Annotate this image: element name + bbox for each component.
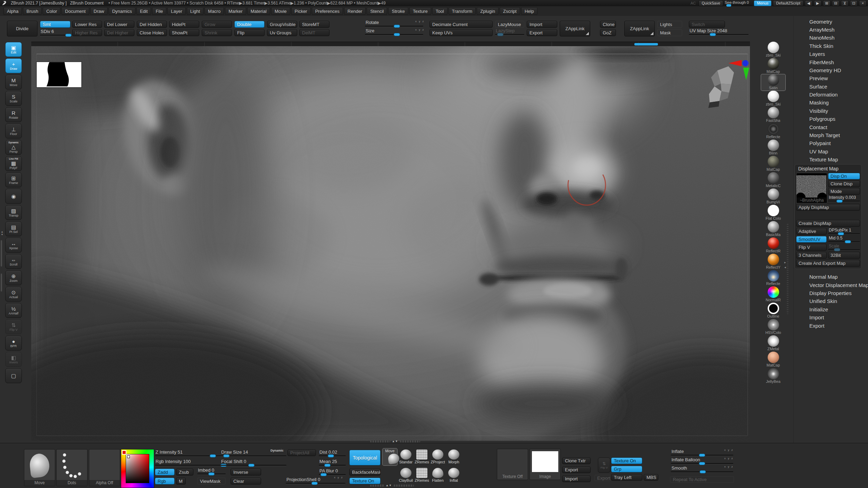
dpsubpix-slider[interactable]: DPSubPix 1: [828, 228, 860, 235]
clear-button[interactable]: Clear: [231, 478, 261, 485]
material-item[interactable]: zbro_Ski: [761, 42, 785, 58]
clone-button[interactable]: Clone: [600, 21, 616, 28]
quick-brush-item[interactable]: Move: [383, 448, 397, 465]
material-item[interactable]: Reflecte: [761, 123, 785, 140]
uv-map-size-slider[interactable]: UV Map Size 2048: [689, 28, 749, 36]
backfacemask-button[interactable]: BackfaceMask: [349, 469, 381, 476]
restore-button[interactable]: ⊡: [850, 0, 858, 6]
material-item[interactable]: Satin: [761, 74, 785, 91]
sdiv-slider[interactable]: SDiv 6: [40, 29, 70, 36]
scroll-palettes-left-icon[interactable]: ◀: [805, 0, 812, 6]
tool-subpalette-item[interactable]: Thick Skin: [794, 42, 868, 50]
clone-disp-button[interactable]: Clone Disp: [828, 180, 860, 187]
stroke-thumbnail[interactable]: Dots: [56, 449, 87, 486]
image-slot-thumbnail[interactable]: Image: [529, 449, 561, 480]
menu-item[interactable]: Zplugin: [477, 7, 499, 15]
material-item[interactable]: Reflecte: [761, 270, 785, 286]
export-button[interactable]: Export: [527, 29, 557, 36]
left-tool-button[interactable]: ↔ Xpose: [5, 238, 22, 253]
imbed-slider[interactable]: Imbed 0: [197, 468, 226, 475]
left-tool-button[interactable]: + Draw: [5, 58, 22, 73]
texture-flip-v-button[interactable]: ⇅Flip V: [598, 457, 610, 473]
tool-subpalette-item[interactable]: Geometry HD: [794, 66, 868, 74]
focal-shift-slider[interactable]: Focal Shift 0: [220, 459, 286, 466]
left-tool-button[interactable]: ⊥ Floor: [5, 124, 22, 138]
quick-brush-item[interactable]: Morph: [446, 448, 461, 465]
del-higher-button[interactable]: Del Higher: [104, 29, 134, 36]
texture-import-button[interactable]: Import: [562, 476, 591, 482]
tool-subpalette-item[interactable]: Display Properties: [794, 289, 868, 297]
apply-dispmap-button[interactable]: Apply DispMap: [796, 204, 860, 211]
texture-export-button[interactable]: Export: [562, 466, 591, 473]
repeat-to-active-button[interactable]: Repeat To Active: [670, 476, 734, 483]
alpha-silhouette-thumbnail[interactable]: [36, 62, 82, 87]
menu-item[interactable]: Edit: [136, 7, 151, 15]
size-xyz-label[interactable]: x y z: [415, 28, 424, 31]
menu-item[interactable]: Alpha: [3, 7, 22, 15]
double-button[interactable]: Double: [234, 21, 265, 28]
goz-button[interactable]: GoZ: [600, 29, 616, 36]
left-edge-arrows[interactable]: ▴▾: [1, 230, 3, 236]
displacement-map-header[interactable]: Displacement Map: [795, 165, 861, 173]
groupvisible-button[interactable]: GroupVisible: [267, 21, 297, 28]
grow-button[interactable]: Grow: [202, 21, 232, 28]
material-item[interactable]: Blinn: [761, 140, 785, 156]
quick-brush-item[interactable]: ZProject: [431, 448, 445, 465]
dock-right-tray-icon[interactable]: ⊟: [832, 0, 840, 6]
inverse-button[interactable]: Inverse: [231, 469, 261, 476]
tool-subpalette-item[interactable]: Texture Map: [794, 155, 868, 163]
material-item[interactable]: MatCap: [761, 156, 785, 172]
smooth-xyz-label[interactable]: x y z: [724, 465, 733, 468]
menu-item[interactable]: Marker: [225, 7, 246, 15]
del-hidden-button[interactable]: Del Hidden: [137, 21, 167, 28]
menu-item[interactable]: Tool: [432, 7, 448, 15]
tool-subpalette-item[interactable]: Polygroups: [794, 115, 868, 123]
tool-subpalette-item[interactable]: UV Map: [794, 148, 868, 155]
decimate-current-button[interactable]: Decimate Current: [429, 21, 493, 28]
tray-left-button[interactable]: Tray Left: [611, 474, 642, 481]
menu-item[interactable]: Render: [344, 7, 366, 15]
dynamic-mode-label[interactable]: Dynamic: [270, 449, 284, 452]
disp-intensity-slider[interactable]: Intensity 0.003: [828, 195, 860, 202]
texture-on-button[interactable]: Texture On: [349, 478, 381, 484]
quick-brush-item[interactable]: Inflat: [446, 467, 461, 484]
m-button[interactable]: M: [176, 478, 186, 485]
menu-item[interactable]: Zscript: [500, 7, 520, 15]
menu-item[interactable]: Material: [247, 7, 270, 15]
create-dispmap-button[interactable]: Create DispMap: [796, 220, 860, 227]
material-item[interactable]: HSVColo: [761, 319, 785, 335]
left-tool-button[interactable]: ▤ Pt Sel: [5, 221, 22, 236]
see-through-handle[interactable]: [726, 4, 731, 7]
menu-item[interactable]: Document: [61, 7, 89, 15]
grp-button[interactable]: Grp: [611, 466, 642, 472]
rotate-xyz-label[interactable]: x y z: [415, 20, 424, 23]
material-item[interactable]: NormalR: [761, 286, 785, 303]
pa-blur-slider[interactable]: PA Blur 0: [319, 469, 346, 476]
tool-subpalette-item[interactable]: Morph Target: [794, 131, 868, 139]
disp-mode-button[interactable]: Mode: [828, 188, 860, 195]
left-tool-button[interactable]: R Rotate: [5, 107, 22, 122]
left-tool-button[interactable]: M Move: [5, 75, 22, 90]
menu-item[interactable]: Stencil: [367, 7, 387, 15]
quick-brush-item[interactable]: ZRemes: [415, 448, 429, 465]
lazymouse-button[interactable]: LazyMouse: [495, 21, 524, 28]
menus-toggle-button[interactable]: Menus: [754, 0, 771, 6]
menu-item[interactable]: Dynamics: [109, 7, 135, 15]
mid-slider[interactable]: Mid 0.5: [828, 236, 860, 243]
tool-subpalette-item[interactable]: Unified Skin: [794, 297, 868, 305]
material-item[interactable]: FastSha: [761, 107, 785, 123]
menu-item[interactable]: Help: [521, 7, 537, 15]
material-item[interactable]: Flat Colo: [761, 205, 785, 221]
left-tool-button[interactable]: ▨ Transp: [5, 205, 22, 220]
higher-res-button[interactable]: Higher Res: [72, 29, 102, 36]
menu-item[interactable]: Color: [43, 7, 60, 15]
close-button[interactable]: ×: [859, 0, 867, 6]
left-tool-button[interactable]: ▣ Edit: [5, 42, 22, 57]
texture-on-toggle-button[interactable]: Texture On: [611, 457, 642, 464]
see-through-slider[interactable]: See-through 0: [725, 1, 752, 6]
keep-uvs-button[interactable]: Keep UVs: [429, 29, 493, 36]
material-item[interactable]: ReflectY: [761, 254, 785, 270]
texture-slot-thumbnail[interactable]: Texture Off: [497, 449, 528, 480]
menu-item[interactable]: Preferences: [312, 7, 343, 15]
color-picker[interactable]: [121, 449, 154, 488]
